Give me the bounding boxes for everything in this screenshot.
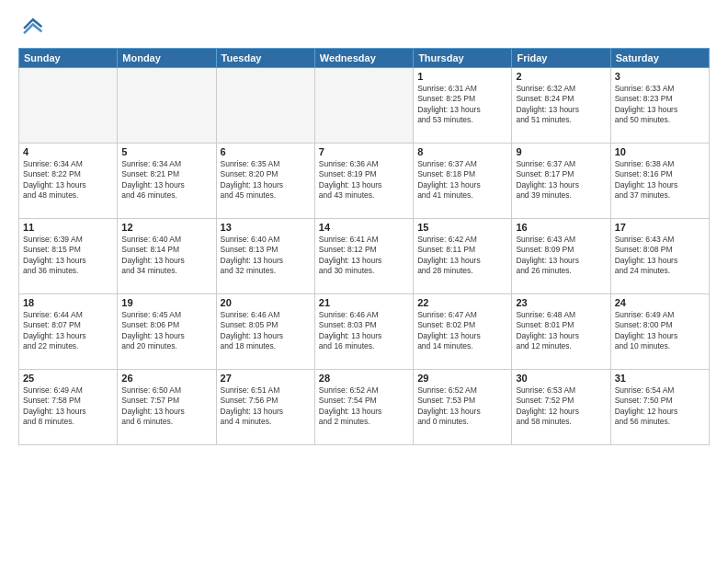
cell-info: Sunrise: 6:38 AMSunset: 8:16 PMDaylight:…: [615, 159, 705, 201]
calendar-cell: 26Sunrise: 6:50 AMSunset: 7:57 PMDayligh…: [118, 370, 216, 445]
cell-info: Sunrise: 6:32 AMSunset: 8:24 PMDaylight:…: [516, 84, 606, 126]
day-number: 24: [615, 297, 705, 308]
calendar-week-1: 1Sunrise: 6:31 AMSunset: 8:25 PMDaylight…: [19, 68, 710, 144]
day-number: 20: [221, 297, 311, 308]
cell-info: Sunrise: 6:46 AMSunset: 8:03 PMDaylight:…: [319, 310, 409, 352]
day-number: 28: [319, 373, 409, 384]
calendar-cell: 23Sunrise: 6:48 AMSunset: 8:01 PMDayligh…: [512, 294, 610, 370]
calendar-cell: 16Sunrise: 6:43 AMSunset: 8:09 PMDayligh…: [512, 219, 610, 294]
calendar-cell: 27Sunrise: 6:51 AMSunset: 7:56 PMDayligh…: [216, 370, 314, 445]
day-number: 25: [23, 373, 113, 384]
calendar-cell: 12Sunrise: 6:40 AMSunset: 8:14 PMDayligh…: [118, 219, 216, 294]
day-number: 21: [319, 297, 409, 308]
calendar-cell: 1Sunrise: 6:31 AMSunset: 8:25 PMDaylight…: [414, 68, 512, 144]
calendar-cell: 28Sunrise: 6:52 AMSunset: 7:54 PMDayligh…: [314, 370, 413, 445]
day-number: 10: [615, 146, 705, 157]
day-number: 5: [121, 146, 211, 157]
weekday-tuesday: Tuesday: [216, 49, 314, 68]
calendar-cell: 4Sunrise: 6:34 AMSunset: 8:22 PMDaylight…: [19, 144, 118, 219]
cell-info: Sunrise: 6:44 AMSunset: 8:07 PMDaylight:…: [23, 310, 113, 352]
calendar-cell: 6Sunrise: 6:35 AMSunset: 8:20 PMDaylight…: [216, 144, 314, 219]
cell-info: Sunrise: 6:54 AMSunset: 7:50 PMDaylight:…: [615, 385, 705, 428]
cell-info: Sunrise: 6:49 AMSunset: 8:00 PMDaylight:…: [615, 310, 705, 352]
cell-info: Sunrise: 6:48 AMSunset: 8:01 PMDaylight:…: [516, 310, 606, 352]
calendar-cell: 15Sunrise: 6:42 AMSunset: 8:11 PMDayligh…: [414, 219, 512, 294]
day-number: 7: [319, 146, 409, 157]
weekday-saturday: Saturday: [610, 49, 709, 68]
day-number: 26: [121, 373, 211, 384]
day-number: 9: [516, 146, 606, 157]
cell-info: Sunrise: 6:46 AMSunset: 8:05 PMDaylight:…: [221, 310, 311, 352]
calendar-cell: 13Sunrise: 6:40 AMSunset: 8:13 PMDayligh…: [216, 219, 314, 294]
day-number: 13: [221, 222, 311, 233]
calendar-cell: 10Sunrise: 6:38 AMSunset: 8:16 PMDayligh…: [610, 144, 709, 219]
calendar-cell: 2Sunrise: 6:32 AMSunset: 8:24 PMDaylight…: [512, 68, 610, 144]
calendar-cell: 31Sunrise: 6:54 AMSunset: 7:50 PMDayligh…: [610, 370, 709, 445]
weekday-friday: Friday: [512, 49, 610, 68]
weekday-wednesday: Wednesday: [314, 49, 413, 68]
day-number: 19: [121, 297, 211, 308]
calendar-cell: 22Sunrise: 6:47 AMSunset: 8:02 PMDayligh…: [414, 294, 512, 370]
calendar-cell: [19, 68, 118, 144]
cell-info: Sunrise: 6:52 AMSunset: 7:53 PMDaylight:…: [417, 385, 507, 428]
cell-info: Sunrise: 6:45 AMSunset: 8:06 PMDaylight:…: [121, 310, 211, 352]
calendar-cell: 14Sunrise: 6:41 AMSunset: 8:12 PMDayligh…: [314, 219, 413, 294]
logo-icon: [18, 15, 44, 40]
calendar-cell: 25Sunrise: 6:49 AMSunset: 7:58 PMDayligh…: [19, 370, 118, 445]
day-number: 12: [121, 222, 211, 233]
cell-info: Sunrise: 6:52 AMSunset: 7:54 PMDaylight:…: [319, 385, 409, 428]
calendar-week-2: 4Sunrise: 6:34 AMSunset: 8:22 PMDaylight…: [19, 144, 710, 219]
calendar-cell: 20Sunrise: 6:46 AMSunset: 8:05 PMDayligh…: [216, 294, 314, 370]
day-number: 29: [417, 373, 507, 384]
cell-info: Sunrise: 6:37 AMSunset: 8:18 PMDaylight:…: [417, 159, 507, 201]
calendar-cell: 30Sunrise: 6:53 AMSunset: 7:52 PMDayligh…: [512, 370, 610, 445]
cell-info: Sunrise: 6:40 AMSunset: 8:14 PMDaylight:…: [121, 235, 211, 277]
calendar-body: 1Sunrise: 6:31 AMSunset: 8:25 PMDaylight…: [19, 68, 710, 445]
calendar-cell: 5Sunrise: 6:34 AMSunset: 8:21 PMDaylight…: [118, 144, 216, 219]
calendar-header: SundayMondayTuesdayWednesdayThursdayFrid…: [19, 49, 710, 68]
cell-info: Sunrise: 6:42 AMSunset: 8:11 PMDaylight:…: [417, 235, 507, 277]
calendar-table: SundayMondayTuesdayWednesdayThursdayFrid…: [18, 48, 710, 445]
cell-info: Sunrise: 6:43 AMSunset: 8:09 PMDaylight:…: [516, 235, 606, 277]
day-number: 15: [417, 222, 507, 233]
calendar-cell: 9Sunrise: 6:37 AMSunset: 8:17 PMDaylight…: [512, 144, 610, 219]
calendar-cell: 19Sunrise: 6:45 AMSunset: 8:06 PMDayligh…: [118, 294, 216, 370]
weekday-thursday: Thursday: [414, 49, 512, 68]
calendar-cell: 17Sunrise: 6:43 AMSunset: 8:08 PMDayligh…: [610, 219, 709, 294]
day-number: 6: [221, 146, 311, 157]
day-number: 11: [23, 222, 113, 233]
day-number: 16: [516, 222, 606, 233]
day-number: 22: [417, 297, 507, 308]
calendar-cell: [314, 68, 413, 144]
day-number: 4: [23, 146, 113, 157]
cell-info: Sunrise: 6:36 AMSunset: 8:19 PMDaylight:…: [319, 159, 409, 201]
day-number: 31: [615, 373, 705, 384]
cell-info: Sunrise: 6:31 AMSunset: 8:25 PMDaylight:…: [417, 84, 507, 126]
cell-info: Sunrise: 6:40 AMSunset: 8:13 PMDaylight:…: [221, 235, 311, 277]
weekday-header-row: SundayMondayTuesdayWednesdayThursdayFrid…: [19, 49, 710, 68]
cell-info: Sunrise: 6:53 AMSunset: 7:52 PMDaylight:…: [516, 385, 606, 428]
day-number: 1: [417, 71, 507, 82]
calendar-week-3: 11Sunrise: 6:39 AMSunset: 8:15 PMDayligh…: [19, 219, 710, 294]
day-number: 2: [516, 71, 606, 82]
calendar-cell: 11Sunrise: 6:39 AMSunset: 8:15 PMDayligh…: [19, 219, 118, 294]
weekday-sunday: Sunday: [19, 49, 118, 68]
calendar-cell: [216, 68, 314, 144]
day-number: 18: [23, 297, 113, 308]
cell-info: Sunrise: 6:47 AMSunset: 8:02 PMDaylight:…: [417, 310, 507, 352]
day-number: 30: [516, 373, 606, 384]
calendar-cell: 7Sunrise: 6:36 AMSunset: 8:19 PMDaylight…: [314, 144, 413, 219]
calendar-cell: [118, 68, 216, 144]
day-number: 17: [615, 222, 705, 233]
cell-info: Sunrise: 6:51 AMSunset: 7:56 PMDaylight:…: [221, 385, 311, 428]
calendar-cell: 3Sunrise: 6:33 AMSunset: 8:23 PMDaylight…: [610, 68, 709, 144]
page: SundayMondayTuesdayWednesdayThursdayFrid…: [0, 0, 728, 563]
calendar-week-4: 18Sunrise: 6:44 AMSunset: 8:07 PMDayligh…: [19, 294, 710, 370]
cell-info: Sunrise: 6:35 AMSunset: 8:20 PMDaylight:…: [221, 159, 311, 201]
day-number: 14: [319, 222, 409, 233]
cell-info: Sunrise: 6:43 AMSunset: 8:08 PMDaylight:…: [615, 235, 705, 277]
cell-info: Sunrise: 6:49 AMSunset: 7:58 PMDaylight:…: [23, 385, 113, 428]
cell-info: Sunrise: 6:34 AMSunset: 8:22 PMDaylight:…: [23, 159, 113, 201]
cell-info: Sunrise: 6:37 AMSunset: 8:17 PMDaylight:…: [516, 159, 606, 201]
logo: [18, 15, 48, 40]
